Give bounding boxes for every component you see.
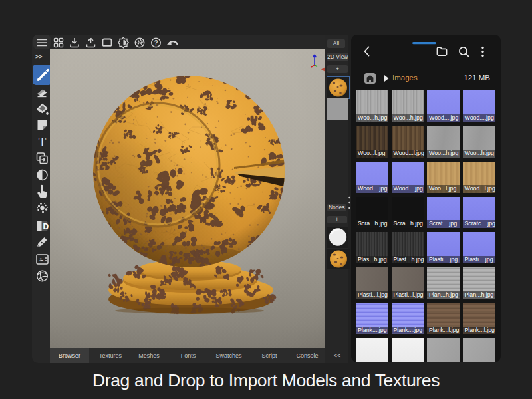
svg-text:T: T bbox=[39, 135, 47, 149]
svg-text:?: ? bbox=[154, 39, 158, 47]
svg-text:D: D bbox=[43, 222, 49, 231]
svg-text:≈: ≈ bbox=[39, 255, 43, 263]
